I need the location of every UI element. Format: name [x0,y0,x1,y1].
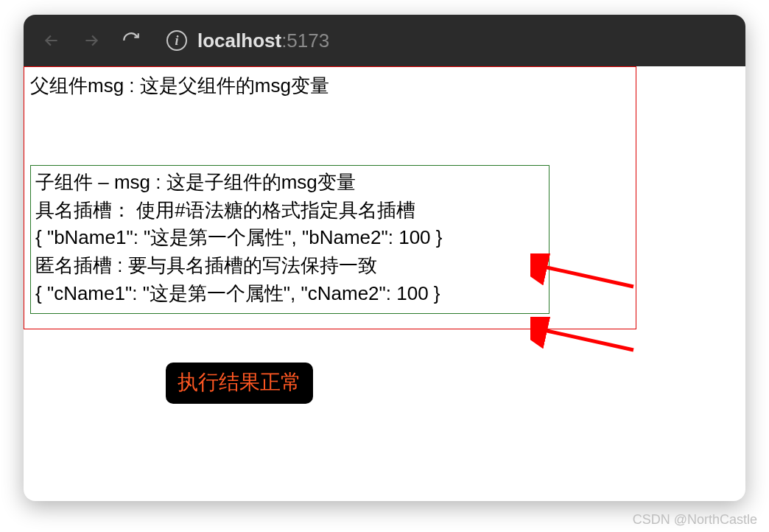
result-badge-text: 执行结果正常 [178,371,301,393]
parent-msg: 父组件msg : 这是父组件的msg变量 [30,73,630,99]
named-slot-data: { "bName1": "这是第一个属性", "bName2": 100 } [35,224,544,252]
page-content: 父组件msg : 这是父组件的msg变量 子组件 – msg : 这是子组件的m… [24,66,745,329]
browser-window: i localhost:5173 父组件msg : 这是父组件的msg变量 子组… [24,15,745,501]
watermark: CSDN @NorthCastle [633,512,757,528]
arrow-right-icon [82,31,101,50]
address-bar[interactable]: i localhost:5173 [166,29,329,52]
named-slot-label: 具名插槽： 使用#语法糖的格式指定具名插槽 [35,197,544,225]
child-msg: 子组件 – msg : 这是子组件的msg变量 [35,169,544,197]
parent-component-box: 父组件msg : 这是父组件的msg变量 子组件 – msg : 这是子组件的m… [24,66,636,329]
forward-button[interactable] [77,26,106,55]
default-slot-data: { "cName1": "这是第一个属性", "cName2": 100 } [35,280,544,308]
default-slot-label: 匿名插槽 : 要与具名插槽的写法保持一致 [35,252,544,280]
reload-icon [122,31,141,50]
url-port: :5173 [281,29,329,52]
result-badge: 执行结果正常 [166,363,313,404]
url-host: localhost [197,29,281,52]
reload-button[interactable] [116,26,146,55]
back-button[interactable] [37,26,66,55]
child-component-box: 子组件 – msg : 这是子组件的msg变量 具名插槽： 使用#语法糖的格式指… [30,165,549,314]
browser-toolbar: i localhost:5173 [24,15,745,66]
arrow-left-icon [42,31,61,50]
url-text: localhost:5173 [197,29,329,52]
info-icon[interactable]: i [166,30,187,51]
